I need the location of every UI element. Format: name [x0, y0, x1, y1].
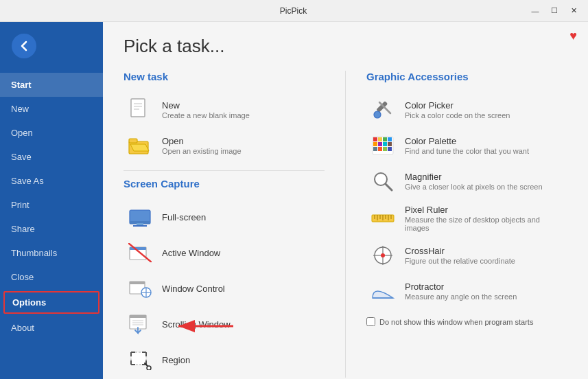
- crosshair-desc: Figure out the relative coordinate: [405, 257, 515, 265]
- titlebar-title: PicPick: [60, 6, 526, 16]
- magnifier-text: Magnifier Give a closer look at pixels o…: [405, 172, 543, 191]
- new-task-title: New task: [124, 71, 325, 82]
- new-icon: [128, 97, 152, 122]
- svg-rect-21: [130, 315, 146, 318]
- region-icon: [128, 347, 152, 372]
- back-circle-icon[interactable]: [12, 34, 36, 58]
- protractor-name: Protractor: [405, 282, 517, 292]
- crosshair-text: CrossHair Figure out the relative coordi…: [405, 246, 515, 265]
- fullscreen-name: Full-screen: [162, 212, 206, 222]
- fullscreen-text: Full-screen: [162, 212, 206, 222]
- svg-line-53: [386, 184, 392, 190]
- open-icon: [128, 133, 152, 158]
- sidebar-item-close[interactable]: Close: [0, 265, 103, 289]
- crosshair-item[interactable]: CrossHair Figure out the relative coordi…: [366, 238, 567, 273]
- svg-rect-48: [373, 147, 377, 151]
- open-task-name: Open: [162, 136, 242, 146]
- pixel-ruler-name: Pixel Ruler: [405, 205, 563, 215]
- sidebar-item-about[interactable]: About: [0, 316, 103, 340]
- titlebar-controls: — ☐ ✕: [526, 4, 583, 18]
- donot-show-checkbox[interactable]: [366, 317, 375, 326]
- scrolling-window-item[interactable]: Scrolling Window: [124, 306, 325, 342]
- svg-rect-7: [129, 139, 137, 143]
- svg-rect-11: [133, 225, 147, 227]
- sidebar-item-open[interactable]: Open: [0, 121, 103, 145]
- crosshair-icon: [371, 243, 395, 268]
- color-palette-text: Color Palette Find and tune the color th…: [405, 136, 529, 155]
- region-item[interactable]: Region: [124, 342, 325, 378]
- color-palette-name: Color Palette: [405, 136, 529, 146]
- maximize-button[interactable]: ☐: [545, 4, 563, 18]
- sidebar: Start New Open Save Save As Print Share …: [0, 22, 103, 379]
- sidebar-item-options[interactable]: Options: [3, 291, 99, 314]
- color-picker-desc: Pick a color code on the screen: [405, 111, 510, 119]
- new-task-item[interactable]: New Create a new blank image: [124, 92, 325, 128]
- heart-icon: ♥: [569, 29, 577, 43]
- svg-rect-2: [131, 99, 145, 117]
- region-text: Region: [162, 355, 190, 365]
- open-task-item[interactable]: Open Open an existing image: [124, 128, 325, 163]
- sidebar-item-new[interactable]: New: [0, 97, 103, 121]
- protractor-desc: Measure any angle on the screen: [405, 292, 517, 301]
- scrolling-window-icon: [128, 312, 152, 336]
- sidebar-item-print[interactable]: Print: [0, 193, 103, 217]
- scrolling-window-text: Scrolling Window: [162, 319, 231, 330]
- svg-point-37: [374, 111, 381, 118]
- fullscreen-item[interactable]: Full-screen: [124, 199, 325, 235]
- sidebar-item-save[interactable]: Save: [0, 145, 103, 169]
- right-column: Graphic Accessories Color Picker Pick a …: [366, 71, 567, 378]
- sidebar-item-start[interactable]: Start: [0, 73, 103, 97]
- svg-rect-43: [388, 137, 392, 141]
- checkbox-label[interactable]: Do not show this window when program sta…: [379, 318, 533, 326]
- protractor-text: Protractor Measure any angle on the scre…: [405, 282, 517, 301]
- close-button[interactable]: ✕: [565, 4, 583, 18]
- active-window-icon: [128, 240, 152, 265]
- magnifier-icon: [371, 169, 395, 194]
- color-palette-item[interactable]: Color Palette Find and tune the color th…: [366, 128, 567, 163]
- left-column: New task New Create a new blank image: [124, 71, 346, 378]
- minimize-button[interactable]: —: [526, 4, 544, 18]
- pixel-ruler-text: Pixel Ruler Measure the size of desktop …: [405, 205, 563, 232]
- protractor-icon: [371, 279, 395, 303]
- svg-rect-16: [130, 282, 145, 284]
- page-title: Pick a task...: [124, 36, 567, 57]
- color-palette-desc: Find and tune the color that you want: [405, 147, 529, 155]
- svg-rect-36: [376, 101, 388, 113]
- svg-rect-40: [373, 137, 377, 141]
- svg-point-65: [381, 253, 385, 257]
- protractor-item[interactable]: Protractor Measure any angle on the scre…: [366, 273, 567, 309]
- svg-rect-51: [388, 147, 392, 151]
- graphic-accessories-title: Graphic Accessories: [366, 71, 567, 82]
- color-picker-item[interactable]: Color Picker Pick a color code on the sc…: [366, 92, 567, 128]
- window-control-name: Window Control: [162, 284, 225, 294]
- divider: [124, 170, 325, 171]
- new-task-desc: Create a new blank image: [162, 111, 250, 119]
- magnifier-desc: Give a closer look at pixels on the scre…: [405, 183, 543, 191]
- window-control-icon: [128, 276, 152, 301]
- region-name: Region: [162, 355, 190, 365]
- checkbox-row: Do not show this window when program sta…: [366, 317, 567, 326]
- svg-rect-44: [373, 142, 377, 146]
- active-window-item[interactable]: Active Window: [124, 235, 325, 271]
- active-window-text: Active Window: [162, 248, 220, 258]
- sidebar-item-save-as[interactable]: Save As: [0, 169, 103, 193]
- magnifier-name: Magnifier: [405, 172, 543, 182]
- window-control-item[interactable]: Window Control: [124, 271, 325, 306]
- svg-point-35: [147, 366, 151, 370]
- sidebar-nav: Start New Open Save Save As Print Share …: [0, 73, 103, 340]
- svg-rect-10: [137, 223, 143, 225]
- svg-rect-41: [378, 137, 382, 141]
- new-task-text: New Create a new blank image: [162, 100, 250, 119]
- fullscreen-icon: [128, 205, 152, 229]
- sidebar-item-share[interactable]: Share: [0, 217, 103, 241]
- columns: New task New Create a new blank image: [124, 71, 567, 378]
- content-area: ♥ Pick a task... New task: [103, 22, 588, 379]
- back-button[interactable]: [7, 29, 41, 63]
- svg-rect-49: [378, 147, 382, 151]
- pixel-ruler-item[interactable]: Pixel Ruler Measure the size of desktop …: [366, 199, 567, 238]
- color-picker-text: Color Picker Pick a color code on the sc…: [405, 100, 510, 119]
- window-control-text: Window Control: [162, 284, 225, 294]
- sidebar-item-thumbnails[interactable]: Thumbnails: [0, 241, 103, 265]
- magnifier-item[interactable]: Magnifier Give a closer look at pixels o…: [366, 163, 567, 199]
- svg-rect-47: [388, 142, 392, 146]
